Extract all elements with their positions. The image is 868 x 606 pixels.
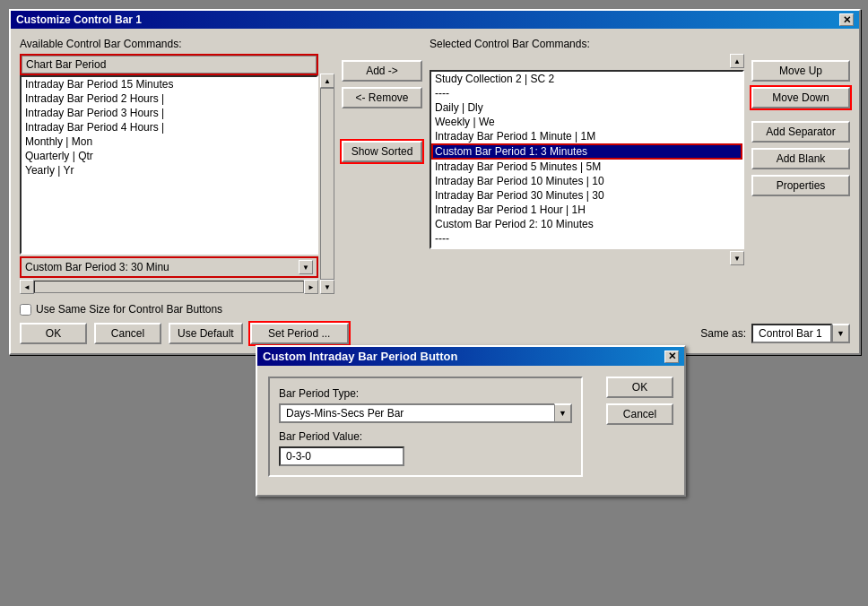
- middle-panel: Add -> <- Remove Show Sorted: [342, 38, 422, 294]
- list-item[interactable]: Daily | Dly: [431, 100, 742, 115]
- list-item[interactable]: Intraday Bar Period 1 Hour | 1H: [431, 203, 742, 217]
- same-as-value: Control Bar 1: [751, 324, 832, 343]
- same-as-group: Same as: Control Bar 1 ▼: [700, 324, 850, 343]
- list-item[interactable]: Quarterly | Qtr: [22, 149, 317, 163]
- set-period-button[interactable]: Set Period ...: [250, 323, 349, 344]
- move-up-button[interactable]: Move Up: [751, 60, 850, 82]
- available-listbox-wrapper: Chart Bar Period Intraday Bar Period 15 …: [20, 54, 318, 294]
- chart-bar-period-item[interactable]: Chart Bar Period: [22, 56, 317, 74]
- main-dialog: Customize Control Bar 1 ✕ Available Cont…: [9, 9, 861, 355]
- list-item[interactable]: Intraday Bar Period 3 Hours |: [22, 106, 317, 120]
- same-as-dropdown-arrow[interactable]: ▼: [832, 324, 850, 343]
- list-item[interactable]: Intraday Bar Period 2 Hours |: [22, 91, 317, 106]
- sub-ok-button[interactable]: OK: [606, 377, 673, 398]
- right-buttons-panel: Move Up Move Down Add Separator Add Blan…: [751, 38, 850, 294]
- scroll-up-icon[interactable]: ▲: [320, 74, 334, 88]
- scroll-down-icon[interactable]: ▼: [299, 260, 313, 274]
- bar-period-value-input[interactable]: 0-3-0: [279, 446, 404, 466]
- list-item[interactable]: Intraday Bar Period 4 Hours |: [22, 120, 317, 134]
- use-default-button[interactable]: Use Default: [169, 323, 243, 344]
- selected-listbox-wrapper: ▲ Study Collection 2 | SC 2 ---- Daily |…: [430, 54, 744, 265]
- same-size-checkbox[interactable]: [20, 304, 31, 316]
- list-item[interactable]: Intraday Bar Period 5 Minutes | 5M: [431, 160, 742, 174]
- move-down-button[interactable]: Move Down: [751, 87, 850, 108]
- sub-dialog: Custom Intraday Bar Period Button ✕ Bar …: [256, 345, 686, 497]
- available-label: Available Control Bar Commands:: [20, 38, 334, 50]
- remove-button[interactable]: <- Remove: [342, 87, 422, 108]
- list-item[interactable]: Yearly | Yr: [22, 163, 317, 177]
- selected-label: Selected Control Bar Commands:: [430, 38, 744, 50]
- left-vscroll: ▲ ▼: [320, 74, 334, 294]
- bar-period-type-arrow[interactable]: ▼: [554, 403, 572, 423]
- add-separator-button[interactable]: Add Separator: [751, 121, 850, 143]
- selected-scroll-up-icon[interactable]: ▲: [730, 54, 744, 68]
- add-blank-button[interactable]: Add Blank: [751, 148, 850, 169]
- show-sorted-button[interactable]: Show Sorted: [342, 141, 422, 162]
- add-button[interactable]: Add ->: [342, 60, 422, 82]
- bar-period-type-dropdown: Days-Mins-Secs Per Bar ▼: [279, 403, 572, 423]
- scroll-down2-icon[interactable]: ▼: [320, 280, 334, 294]
- main-close-button[interactable]: ✕: [839, 13, 854, 26]
- list-item[interactable]: ----: [431, 231, 742, 246]
- available-bottom-item: Custom Bar Period 3: 30 Minu: [25, 261, 169, 273]
- list-item[interactable]: Study Collection 2 | SC 2: [431, 72, 742, 86]
- bottom-row: OK Cancel Use Default Set Period ... Sam…: [20, 323, 850, 344]
- list-item[interactable]: Intraday Bar Period 10 Minutes | 10: [431, 174, 742, 188]
- bar-period-type-value: Days-Mins-Secs Per Bar: [279, 403, 554, 423]
- sub-dialog-title: Custom Intraday Bar Period Button: [263, 350, 457, 363]
- selected-scroll-down-icon[interactable]: ▼: [730, 251, 744, 265]
- list-item[interactable]: Monthly | Mon: [22, 134, 317, 149]
- sub-dialog-inner-panel: Bar Period Type: Days-Mins-Secs Per Bar …: [268, 377, 583, 477]
- checkbox-label: Use Same Size for Control Bar Buttons: [36, 303, 222, 316]
- list-item[interactable]: Weekly | We: [431, 115, 742, 129]
- selected-listbox[interactable]: Study Collection 2 | SC 2 ---- Daily | D…: [430, 70, 744, 249]
- list-item[interactable]: Intraday Bar Period 15 Minutes: [22, 77, 317, 91]
- list-item[interactable]: ----: [431, 86, 742, 100]
- list-item[interactable]: Custom Bar Period 2: 10 Minutes: [431, 217, 742, 231]
- hscroll-bar: ◄ ►: [20, 280, 318, 294]
- vscroll-track: [320, 88, 334, 280]
- main-dialog-title: Customize Control Bar 1: [16, 13, 142, 26]
- sub-ok-cancel-panel: OK Cancel: [606, 377, 673, 484]
- sub-cancel-button[interactable]: Cancel: [606, 403, 673, 425]
- main-title-bar: Customize Control Bar 1 ✕: [11, 11, 859, 29]
- list-item[interactable]: Intraday Bar Period 30 Minutes | 30: [431, 188, 742, 203]
- custom-bar-period-item[interactable]: Custom Bar Period 1: 3 Minutes: [431, 143, 742, 160]
- right-panel: Selected Control Bar Commands: ▲ Study C…: [430, 38, 744, 294]
- cancel-button[interactable]: Cancel: [94, 323, 161, 344]
- checkbox-area: Use Same Size for Control Bar Buttons: [20, 303, 850, 316]
- sub-dialog-close-button[interactable]: ✕: [664, 351, 679, 363]
- sub-dialog-content: Bar Period Type: Days-Mins-Secs Per Bar …: [257, 366, 684, 495]
- scroll-left-icon[interactable]: ◄: [20, 280, 34, 294]
- list-item[interactable]: Intraday Bar Period 1 Minute | 1M: [431, 129, 742, 143]
- available-listbox[interactable]: Intraday Bar Period 15 Minutes Intraday …: [20, 75, 318, 255]
- hscroll-track[interactable]: [34, 281, 304, 293]
- bar-period-value-label: Bar Period Value:: [279, 430, 572, 443]
- sub-dialog-body: Bar Period Type: Days-Mins-Secs Per Bar …: [268, 377, 673, 484]
- left-panel: Available Control Bar Commands: Chart Ba…: [20, 38, 334, 294]
- columns-area: Available Control Bar Commands: Chart Ba…: [20, 38, 850, 294]
- properties-button[interactable]: Properties: [751, 175, 850, 196]
- same-as-label: Same as:: [700, 327, 746, 340]
- ok-button[interactable]: OK: [20, 323, 87, 344]
- scroll-right-icon[interactable]: ►: [304, 280, 318, 294]
- same-as-dropdown: Control Bar 1 ▼: [751, 324, 850, 343]
- sub-dialog-title-bar: Custom Intraday Bar Period Button ✕: [257, 347, 684, 366]
- main-dialog-content: Available Control Bar Commands: Chart Ba…: [11, 29, 859, 353]
- bar-period-type-label: Bar Period Type:: [279, 387, 572, 400]
